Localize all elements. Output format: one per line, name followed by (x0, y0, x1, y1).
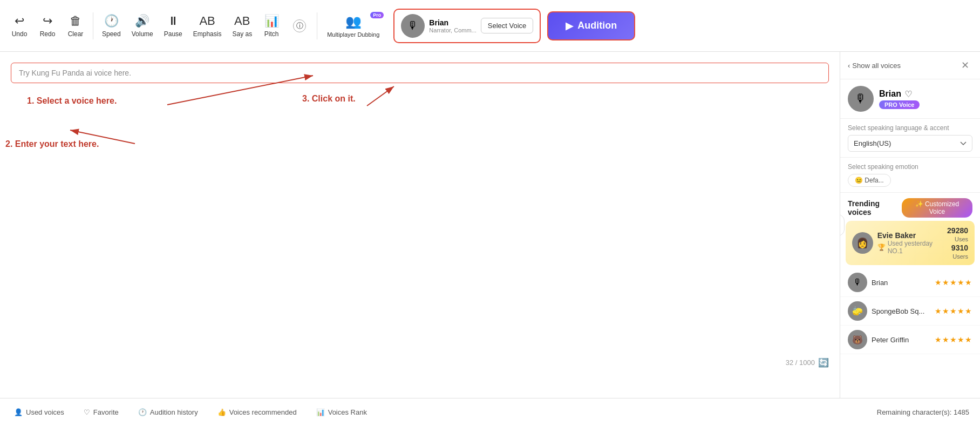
pitch-button[interactable]: 📊 Pitch (258, 11, 284, 41)
pause-icon: ⏸ (167, 14, 179, 28)
sidebar-voice-name-row: Brian ♡ (879, 89, 920, 99)
voice-name: Brian (872, 279, 888, 287)
voice-selector[interactable]: 🎙 Brian Narrator, Comm... Select Voice (393, 9, 541, 43)
divider-2 (317, 12, 317, 39)
sidebar-voice-header: 🎙 Brian ♡ PRO Voice (840, 79, 980, 119)
voice-list-item[interactable]: 🧽 SpongeBob Sq... ★★★★★ (840, 297, 980, 326)
annotation-2: 2. Enter your text here. (5, 139, 99, 149)
char-count-value: 32 / 1000 (786, 359, 815, 367)
featured-badge: 🏆 Used yesterday NO.1 (877, 240, 947, 255)
select-voice-button[interactable]: Select Voice (481, 18, 534, 33)
info-icon: ⓘ (293, 19, 306, 32)
voice-selector-avatar: 🎙 (401, 14, 425, 38)
redo-icon: ↪ (43, 14, 52, 28)
featured-uses-lbl: Uses (955, 236, 968, 242)
divider-1 (93, 12, 93, 39)
annotation-3: 3. Click on it. (302, 94, 356, 104)
thumbs-up-icon: 👍 (217, 408, 226, 416)
rank-icon: 📊 (316, 408, 325, 416)
emphasis-button[interactable]: AB Emphasis (189, 11, 226, 41)
svg-line-2 (70, 130, 135, 144)
sidebar-voice-name: Brian (879, 89, 901, 99)
voice-list-left: 🐻 Peter Griffin (848, 330, 909, 349)
toolbar: ↩ Undo ↪ Redo 🗑 Clear 🕐 Speed 🔊 Volume ⏸… (0, 0, 980, 52)
customized-voice-button[interactable]: ✨ Customized Voice (902, 198, 972, 218)
clear-icon: 🗑 (70, 14, 81, 28)
undo-icon: ↩ (15, 14, 24, 28)
char-count: 32 / 1000 🔄 (786, 357, 829, 368)
voices-recommended-link[interactable]: 👍 Voices recommended (214, 406, 300, 418)
volume-icon: 🔊 (135, 14, 149, 28)
show-all-label: Show all voices (852, 62, 901, 70)
voice-selector-name: Brian (429, 18, 476, 27)
remaining-chars: Remaining character(s): 1485 (877, 408, 969, 416)
voice-avatar: 🧽 (848, 301, 867, 321)
speed-button[interactable]: 🕐 Speed (98, 11, 125, 41)
used-voices-label: Used voices (26, 408, 64, 416)
volume-button[interactable]: 🔊 Volume (127, 11, 158, 41)
trending-label: Trending voices (848, 199, 902, 217)
voice-list: 🎙 Brian ★★★★★ 🧽 SpongeBob Sq... ★★★★★ 🐻 … (840, 268, 980, 354)
heart-icon[interactable]: ♡ (904, 89, 912, 99)
info-button[interactable]: ⓘ (287, 16, 312, 36)
featured-name: Evie Baker (877, 231, 947, 240)
user-icon: 👤 (14, 408, 23, 416)
pitch-icon: 📊 (264, 14, 279, 28)
sidebar-header: ‹ Show all voices ✕ (840, 52, 980, 79)
volume-label: Volume (132, 30, 153, 38)
voices-rank-link[interactable]: 📊 Voices Rank (313, 406, 370, 418)
emphasis-label: Emphasis (193, 30, 222, 38)
show-all-voices-link[interactable]: ‹ Show all voices (848, 62, 901, 70)
emotion-section: Select speaking emotion 😐 Defa... (840, 158, 980, 193)
play-icon: ▶ (566, 20, 573, 32)
voice-list-item[interactable]: 🐻 Peter Griffin ★★★★★ (840, 326, 980, 354)
voices-rank-label: Voices Rank (328, 408, 367, 416)
favorite-link[interactable]: ♡ Favorite (80, 406, 122, 418)
language-section: Select speaking language & accent Englis… (840, 119, 980, 158)
multiplayer-dubbing-button[interactable]: Pro 👥 Multiplayer Dubbing (322, 11, 385, 41)
chevron-left-icon: ‹ (848, 62, 850, 70)
redo-button[interactable]: ↪ Redo (35, 11, 60, 41)
voice-selector-info: Brian Narrator, Comm... (429, 18, 476, 33)
trending-header: Trending voices ✨ Customized Voice (840, 193, 980, 221)
used-voices-link[interactable]: 👤 Used voices (11, 406, 67, 418)
footer: 👤 Used voices ♡ Favorite 🕐 Audition hist… (0, 398, 980, 426)
emphasis-icon: AB (199, 14, 215, 28)
voice-avatar: 🎙 (848, 273, 867, 292)
featured-users-val: 9310 (951, 244, 968, 252)
audition-button[interactable]: ▶ Audition (547, 11, 635, 40)
voice-name: Peter Griffin (872, 336, 909, 344)
svg-line-3 (367, 86, 394, 106)
language-label: Select speaking language & accent (848, 124, 972, 132)
voice-list-left: 🧽 SpongeBob Sq... (848, 301, 924, 321)
featured-uses-val: 29280 (947, 226, 968, 235)
undo-button[interactable]: ↩ Undo (6, 11, 32, 41)
voices-recommended-label: Voices recommended (229, 408, 297, 416)
trophy-icon: 🏆 (877, 244, 886, 251)
history-icon: 🕐 (138, 408, 147, 416)
featured-voice-item[interactable]: 👩 Evie Baker 🏆 Used yesterday NO.1 29280… (846, 221, 975, 265)
heart-footer-icon: ♡ (84, 408, 90, 416)
voice-list-item[interactable]: 🎙 Brian ★★★★★ (840, 268, 980, 297)
language-select[interactable]: English(US) (848, 135, 972, 152)
text-input-box[interactable]: Try Kung Fu Panda ai voice here. (11, 63, 829, 83)
sidebar: ‹ ‹ Show all voices ✕ 🎙 Brian ♡ PRO Voic… (840, 52, 980, 398)
voice-name: SpongeBob Sq... (872, 307, 924, 315)
audition-history-link[interactable]: 🕐 Audition history (135, 406, 201, 418)
clear-button[interactable]: 🗑 Clear (63, 11, 89, 41)
say-as-icon: AB (234, 14, 250, 28)
redo-label: Redo (40, 30, 56, 38)
say-as-button[interactable]: AB Say as (228, 11, 256, 41)
sidebar-avatar: 🎙 (848, 86, 874, 112)
default-emotion-chip[interactable]: 😐 Defa... (848, 174, 891, 187)
pro-voice-badge: PRO Voice (879, 100, 920, 109)
close-sidebar-button[interactable]: ✕ (958, 58, 972, 72)
refresh-icon[interactable]: 🔄 (818, 357, 829, 368)
pause-button[interactable]: ⏸ Pause (160, 11, 187, 41)
editor-area: Try Kung Fu Panda ai voice here. 1. Sele… (0, 52, 840, 398)
annotation-1: 1. Select a voice here. (27, 96, 117, 106)
multiplayer-icon: 👥 (345, 14, 362, 29)
featured-users-lbl: Users (952, 253, 968, 260)
voice-stars: ★★★★★ (935, 307, 972, 315)
multiplayer-label: Multiplayer Dubbing (327, 31, 379, 38)
